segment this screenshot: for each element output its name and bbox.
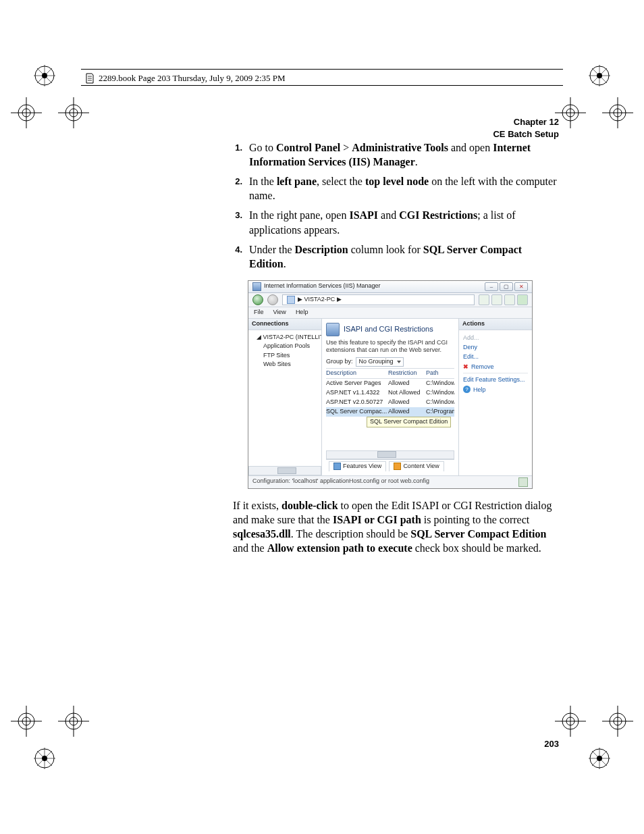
restrictions-table: Description Restriction Path Active Serv… [326, 368, 454, 416]
toolbar-icon-1[interactable] [479, 294, 489, 305]
col-restriction: Restriction [388, 369, 426, 377]
mid-scrollbar[interactable] [326, 450, 454, 459]
action-item[interactable]: ?Help [463, 385, 528, 394]
feature-title: ISAPI and CGI Restrictions [344, 324, 433, 334]
features-tab-icon [333, 463, 341, 470]
action-item[interactable]: Deny [463, 342, 528, 352]
step-number: 4. [233, 242, 242, 271]
svg-point-18 [590, 749, 609, 768]
action-item[interactable]: Add... [463, 333, 528, 342]
svg-point-41 [22, 717, 30, 725]
svg-point-45 [70, 717, 78, 725]
reg-cross-tr2 [555, 97, 586, 128]
reg-cross-bl [11, 706, 42, 737]
svg-point-33 [614, 109, 622, 117]
reg-cross-br2 [555, 706, 586, 737]
breadcrumb-icon [287, 296, 295, 304]
book-tagline: 2289.book Page 203 Thursday, July 9, 200… [85, 73, 286, 84]
col-description: Description [326, 369, 388, 377]
reg-circle-bl [32, 746, 57, 771]
svg-point-32 [610, 105, 626, 121]
svg-line-9 [592, 68, 607, 83]
book-icon [85, 73, 95, 84]
svg-line-21 [592, 751, 607, 766]
content-tab-icon [394, 463, 401, 470]
minimize-button[interactable]: – [485, 282, 498, 291]
step-number: 3. [233, 208, 242, 236]
actions-header: Actions [459, 319, 532, 330]
window-title: Internet Information Services (IIS) Mana… [264, 282, 381, 290]
step-number: 1. [233, 140, 242, 169]
svg-line-15 [37, 751, 52, 766]
action-item[interactable]: ✖Remove [463, 362, 528, 371]
tagline-rule-bottom [81, 85, 563, 86]
table-row[interactable]: Active Server PagesAllowedC:\Window [326, 379, 454, 388]
menu-file[interactable]: File [254, 309, 264, 317]
app-icon [252, 282, 261, 291]
close-button[interactable]: ✕ [514, 282, 528, 291]
tree-item[interactable]: ◢ VISTA2-PC (INTELLITRACKIN [250, 333, 320, 342]
action-item[interactable]: Edit Feature Settings... [463, 375, 528, 384]
table-header[interactable]: Description Restriction Path [326, 369, 454, 379]
table-row[interactable]: ASP.NET v2.0.50727AllowedC:\Window [326, 398, 454, 407]
reg-cross-bl2 [58, 706, 89, 737]
toolbar-icon-3[interactable] [504, 294, 515, 305]
body-column: 1.Go to Control Panel > Administrative T… [233, 140, 561, 555]
tab-features-view[interactable]: Features View [329, 461, 386, 471]
feature-description: Use this feature to specify the ISAPI an… [326, 339, 454, 354]
menu-help[interactable]: Help [296, 309, 308, 317]
left-scrollbar[interactable] [248, 466, 321, 475]
connections-tree[interactable]: ◢ VISTA2-PC (INTELLITRACKIN Application … [248, 330, 321, 466]
breadcrumb-bar[interactable]: ▶ VISTA2-PC ▶ [282, 294, 475, 305]
page-number: 203 [544, 739, 559, 749]
toolbar-icon-2[interactable] [491, 294, 502, 305]
status-icon [518, 477, 528, 487]
svg-point-11 [597, 73, 602, 78]
connections-pane: Connections ◢ VISTA2-PC (INTELLITRACKIN … [248, 319, 322, 475]
breadcrumb-text: ▶ VISTA2-PC ▶ [298, 296, 342, 304]
svg-point-24 [18, 105, 34, 121]
feature-pane: ISAPI and CGI Restrictions Use this feat… [322, 319, 458, 475]
groupby-select[interactable]: No Grouping [356, 357, 404, 367]
menu-view[interactable]: View [273, 309, 286, 317]
maximize-button[interactable]: ▢ [500, 282, 513, 291]
svg-line-10 [592, 68, 607, 83]
step-body: In the left pane, select the top level n… [249, 174, 561, 203]
svg-point-53 [566, 717, 574, 725]
toolbar-help-icon[interactable] [517, 294, 528, 305]
tree-item[interactable]: FTP Sites [250, 351, 320, 361]
svg-point-52 [562, 713, 579, 729]
instruction-step: 3.In the right pane, open ISAPI and CGI … [233, 208, 561, 236]
svg-line-22 [592, 751, 607, 766]
chapter-title: CE Batch Setup [493, 128, 559, 140]
col-path: Path [426, 369, 454, 377]
step-number: 2. [233, 174, 242, 203]
svg-point-48 [610, 713, 626, 729]
svg-point-37 [566, 109, 574, 117]
nav-back-icon[interactable] [252, 294, 263, 305]
svg-point-40 [18, 713, 34, 729]
reg-circle-br [587, 746, 612, 771]
svg-line-4 [37, 68, 52, 83]
tagline-text: 2289.book Page 203 Thursday, July 9, 200… [99, 73, 286, 84]
table-row[interactable]: SQL Server Compac...AllowedC:\ProgramSQL… [326, 407, 454, 417]
after-screenshot-paragraph: If it exists, double-click to open the E… [233, 498, 561, 555]
table-row[interactable]: ASP.NET v1.1.4322Not AllowedC:\Window [326, 388, 454, 398]
tree-item[interactable]: Application Pools [250, 342, 320, 351]
reg-cross-br [602, 706, 633, 737]
action-item[interactable]: Edit... [463, 352, 528, 361]
instruction-step: 1.Go to Control Panel > Administrative T… [233, 140, 561, 169]
actions-pane: Actions Add...DenyEdit...✖RemoveEdit Fea… [458, 319, 532, 475]
reg-cross-tl2 [58, 97, 89, 128]
nav-forward-icon[interactable] [267, 294, 278, 305]
view-tabs: Features View Content View [326, 459, 454, 473]
feature-icon [326, 323, 340, 336]
tagline-rule-top [81, 69, 563, 70]
remove-icon: ✖ [463, 362, 468, 371]
instruction-step: 4.Under the Description column look for … [233, 242, 561, 271]
tab-content-view[interactable]: Content View [389, 461, 444, 471]
svg-point-49 [614, 717, 622, 725]
window-titlebar: Internet Information Services (IIS) Mana… [248, 281, 532, 293]
tree-item[interactable]: Web Sites [250, 360, 320, 369]
svg-line-3 [37, 68, 52, 83]
